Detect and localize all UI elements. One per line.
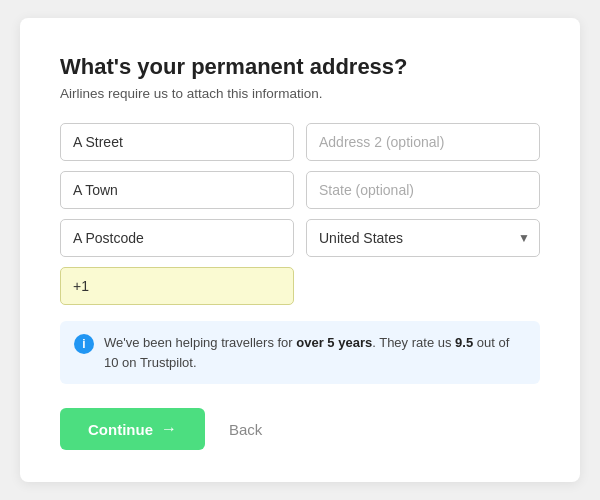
- page-title: What's your permanent address?: [60, 54, 540, 80]
- street-input[interactable]: [60, 123, 294, 161]
- postcode-field: [60, 219, 294, 257]
- street-field: [60, 123, 294, 161]
- phone-field: [60, 267, 294, 305]
- back-button[interactable]: Back: [229, 421, 262, 438]
- row-street: [60, 123, 540, 161]
- state-input[interactable]: [306, 171, 540, 209]
- town-input[interactable]: [60, 171, 294, 209]
- postcode-input[interactable]: [60, 219, 294, 257]
- phone-input[interactable]: [60, 267, 294, 305]
- bold-years: over 5 years: [296, 335, 372, 350]
- row-postcode: United States United Kingdom Canada Aust…: [60, 219, 540, 257]
- row-town: [60, 171, 540, 209]
- town-field: [60, 171, 294, 209]
- continue-button[interactable]: Continue →: [60, 408, 205, 450]
- continue-label: Continue: [88, 421, 153, 438]
- form-actions: Continue → Back: [60, 408, 540, 450]
- info-text: We've been helping travellers for over 5…: [104, 333, 526, 372]
- address-form-card: What's your permanent address? Airlines …: [20, 18, 580, 482]
- country-select[interactable]: United States United Kingdom Canada Aust…: [306, 219, 540, 257]
- phone-placeholder-right: [306, 267, 540, 305]
- address2-input[interactable]: [306, 123, 540, 161]
- page-subtitle: Airlines require us to attach this infor…: [60, 86, 540, 101]
- bold-rating: 9.5: [455, 335, 473, 350]
- info-box: i We've been helping travellers for over…: [60, 321, 540, 384]
- info-icon: i: [74, 334, 94, 354]
- state-field: [306, 171, 540, 209]
- address2-field: [306, 123, 540, 161]
- row-phone: [60, 267, 540, 305]
- arrow-icon: →: [161, 420, 177, 438]
- country-field: United States United Kingdom Canada Aust…: [306, 219, 540, 257]
